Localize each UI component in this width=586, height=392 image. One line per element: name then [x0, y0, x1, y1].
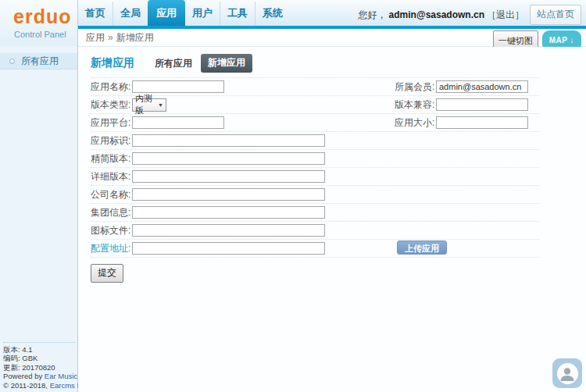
- form-row-company-name: 公司名称:: [91, 186, 539, 204]
- site-home-button[interactable]: 站点首页: [530, 5, 581, 25]
- nav-item-users[interactable]: 用户: [185, 2, 220, 26]
- main-area: 首页 全局 应用 用户 工具 系统 您好， admin@sasadown.cn …: [78, 0, 586, 392]
- config-url-label[interactable]: 配置地址:: [91, 242, 132, 255]
- simple-version-input[interactable]: [132, 152, 325, 165]
- group-info-label: 集团信息:: [91, 206, 132, 219]
- nav-item-system[interactable]: 系统: [255, 2, 290, 26]
- nav-item-global[interactable]: 全局: [113, 2, 148, 26]
- erduo-control-panel: erduo Control Panel 所有应用 版本: 4.1 编码: GBK…: [0, 0, 586, 392]
- header: 首页 全局 应用 用户 工具 系统 您好， admin@sasadown.cn …: [78, 0, 586, 26]
- tab-new-app[interactable]: 新增应用: [201, 54, 252, 73]
- app-size-group: 应用大小:: [395, 116, 528, 130]
- user-info: 您好， admin@sasadown.cn ［退出］ 站点首页: [359, 5, 581, 25]
- member-field-group: 所属会员:: [395, 80, 528, 94]
- greeting-text: 您好，: [359, 9, 387, 22]
- bullet-icon: [9, 59, 15, 64]
- logo-subtitle: Control Panel: [14, 30, 77, 39]
- user-email: admin@sasadown.cn: [389, 9, 484, 20]
- detail-version-input[interactable]: [132, 170, 325, 183]
- nav-item-tools[interactable]: 工具: [220, 2, 255, 26]
- version-type-value: 内测版: [135, 93, 158, 116]
- nav-item-home[interactable]: 首页: [78, 2, 113, 26]
- version-compat-label: 版本兼容:: [395, 98, 436, 112]
- app-id-input[interactable]: [132, 134, 325, 147]
- form-row-config-url: 配置地址: 上传应用: [91, 240, 539, 258]
- breadcrumb-section[interactable]: 应用: [86, 32, 105, 43]
- powered-link[interactable]: Ear Music: [45, 372, 77, 380]
- sidebar: erduo Control Panel 所有应用 版本: 4.1 编码: GBK…: [0, 0, 78, 392]
- version-type-label: 版本类型:: [91, 98, 132, 112]
- sidebar-item-all-apps[interactable]: 所有应用: [0, 52, 77, 69]
- form-row-version-type: 版本类型: 内测版 ▼ 版本兼容:: [91, 96, 539, 114]
- footer-encoding: 编码: GBK: [3, 354, 75, 362]
- nav-item-apps[interactable]: 应用: [148, 0, 185, 26]
- app-name-input[interactable]: [132, 80, 224, 93]
- chevron-down-icon: ▼: [158, 102, 163, 108]
- icon-file-label: 图标文件:: [91, 224, 132, 237]
- logout-link[interactable]: ［退出］: [487, 9, 524, 22]
- app-name-label: 应用名称:: [91, 80, 132, 94]
- form: 应用名称: 所属会员: 版本类型: 内测版 ▼ 版本兼容:: [91, 77, 539, 258]
- footer-powered: Powered by Ear Music: [3, 372, 75, 380]
- footer-version: 版本: 4.1: [3, 345, 75, 354]
- simple-version-label: 精简版本:: [91, 152, 132, 166]
- breadcrumb-separator: »: [108, 32, 113, 43]
- app-size-input[interactable]: [436, 116, 528, 129]
- sidebar-item-label: 所有应用: [21, 55, 59, 66]
- config-url-input[interactable]: [132, 242, 325, 255]
- upload-app-button[interactable]: 上传应用: [397, 241, 447, 255]
- app-id-label: 应用标识:: [91, 134, 132, 148]
- footer-copyright: © 2011-2018, Earcms Inc.: [3, 381, 75, 390]
- form-row-app-id: 应用标识:: [91, 132, 539, 150]
- form-row-group-info: 集团信息:: [91, 204, 539, 222]
- company-name-input[interactable]: [132, 188, 325, 201]
- form-row-app-name: 应用名称: 所属会员:: [91, 78, 539, 96]
- form-row-icon-file: 图标文件:: [91, 222, 539, 240]
- version-compat-input[interactable]: [436, 98, 528, 111]
- icon-file-input[interactable]: [132, 224, 325, 237]
- app-platform-label: 应用平台:: [91, 116, 132, 130]
- logo: erduo: [13, 5, 77, 28]
- content-panel: 新增应用 所有应用 新增应用 应用名称: 所属会员: 版本类型:: [78, 47, 586, 392]
- sidebar-footer: 版本: 4.1 编码: GBK 更新: 20170820 Powered by …: [3, 342, 75, 390]
- tab-all-apps[interactable]: 所有应用: [155, 57, 192, 70]
- breadcrumb: 应用»新增应用 一键切图 MAP ↓: [78, 29, 586, 47]
- footer-updated: 更新: 20170820: [3, 363, 75, 372]
- app-platform-input[interactable]: [132, 116, 224, 129]
- app-size-label: 应用大小:: [395, 116, 436, 130]
- version-compat-group: 版本兼容:: [395, 98, 528, 112]
- detail-version-label: 详细版本:: [91, 170, 132, 184]
- member-label: 所属会员:: [395, 80, 436, 94]
- page-title: 新增应用: [91, 56, 134, 70]
- main-nav: 首页 全局 应用 用户 工具 系统: [78, 0, 290, 26]
- contact-widget-button[interactable]: [552, 358, 582, 388]
- form-row-app-platform: 应用平台: 应用大小:: [91, 114, 539, 132]
- member-input[interactable]: [436, 80, 528, 93]
- breadcrumb-page: 新增应用: [116, 32, 154, 43]
- form-row-simple-version: 精简版本:: [91, 150, 539, 168]
- form-row-detail-version: 详细版本:: [91, 168, 539, 186]
- submit-button[interactable]: 提交: [91, 264, 123, 283]
- version-type-select[interactable]: 内测版 ▼: [132, 98, 166, 112]
- group-info-input[interactable]: [132, 206, 325, 219]
- person-icon: [557, 363, 578, 384]
- page-title-row: 新增应用 所有应用 新增应用: [91, 55, 586, 72]
- company-name-label: 公司名称:: [91, 188, 132, 201]
